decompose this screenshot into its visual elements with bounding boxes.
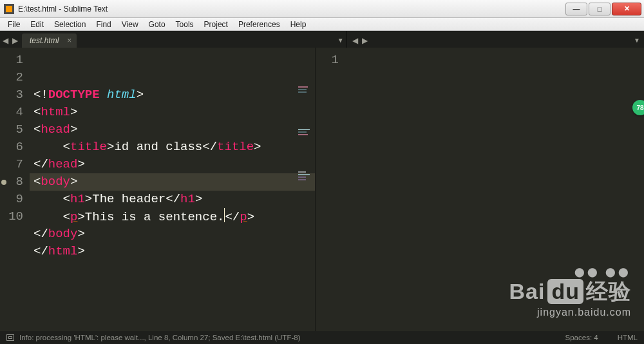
tab-nav-left-pane: ◀ ▶ [1,36,22,48]
menu-help[interactable]: Help [285,19,312,30]
tab-bar: ◀ ▶ test.html × ▼ ◀ ▶ ▼ [0,31,644,48]
line-number: 3 [3,86,23,104]
status-message: Info: processing 'HTML': please wait...,… [19,334,300,341]
menu-edit[interactable]: Edit [25,19,49,30]
line-number: 7 [3,156,23,173]
app-icon [4,4,14,14]
code-area-left[interactable]: <!DOCTYPE html><html><head> <title>id an… [30,48,315,331]
line-number: 1 [318,52,339,69]
tab-label: test.html [30,36,59,45]
panel-switch-icon[interactable] [6,334,14,341]
menu-bar: File Edit Selection Find View Goto Tools… [0,18,644,31]
window-controls: — □ ✕ [564,3,641,15]
menu-file[interactable]: File [3,19,25,30]
nav-back-icon[interactable]: ◀ [352,36,358,45]
line-number: 9 [3,191,23,208]
code-area-right[interactable] [345,48,644,331]
minimize-button[interactable]: — [565,3,587,15]
close-window-button[interactable]: ✕ [612,3,641,15]
editor-pane-right[interactable]: 1 [316,48,644,331]
nav-forward-icon[interactable]: ▶ [362,36,368,45]
line-number: 1 [3,52,23,69]
badge: 78 [632,100,644,115]
gutter-right: 1 [316,48,345,331]
dropdown-icon[interactable]: ▼ [631,37,643,48]
tab-nav-right-pane: ◀ ▶ [347,36,372,48]
maximize-button[interactable]: □ [589,3,611,15]
status-syntax[interactable]: HTML [618,334,638,341]
line-number: 2 [3,69,23,86]
gutter-left: 1 2 3 4 5 6 7 8 9 10 [0,48,30,331]
dropdown-icon[interactable]: ▼ [335,37,346,48]
menu-preferences[interactable]: Preferences [233,19,285,30]
nav-back-icon[interactable]: ◀ [3,36,8,45]
close-icon: ✕ [624,5,630,13]
maximize-icon: □ [598,5,602,13]
status-bar: Info: processing 'HTML': please wait...,… [0,331,644,344]
minimize-icon: — [573,5,580,13]
editor-pane-left[interactable]: 1 2 3 4 5 6 7 8 9 10 <!DOCTYPE html><htm… [0,48,316,331]
menu-selection[interactable]: Selection [49,19,91,30]
nav-forward-icon[interactable]: ▶ [12,36,18,45]
window-title: E:\test.html - Sublime Text [18,5,564,14]
line-number: 4 [3,104,23,121]
line-number: 10 [3,208,23,225]
line-number: 8 [3,173,23,191]
window-titlebar: E:\test.html - Sublime Text — □ ✕ [0,0,644,18]
tab-test-html[interactable]: test.html × [22,33,77,48]
editor-area: 1 2 3 4 5 6 7 8 9 10 <!DOCTYPE html><htm… [0,48,644,331]
menu-view[interactable]: View [117,19,144,30]
menu-goto[interactable]: Goto [144,19,171,30]
menu-tools[interactable]: Tools [171,19,199,30]
tab-close-icon[interactable]: × [67,36,71,45]
line-number: 6 [3,139,23,156]
menu-find[interactable]: Find [91,19,116,30]
line-number: 5 [3,121,23,139]
status-spaces[interactable]: Spaces: 4 [565,334,598,341]
menu-project[interactable]: Project [199,19,233,30]
